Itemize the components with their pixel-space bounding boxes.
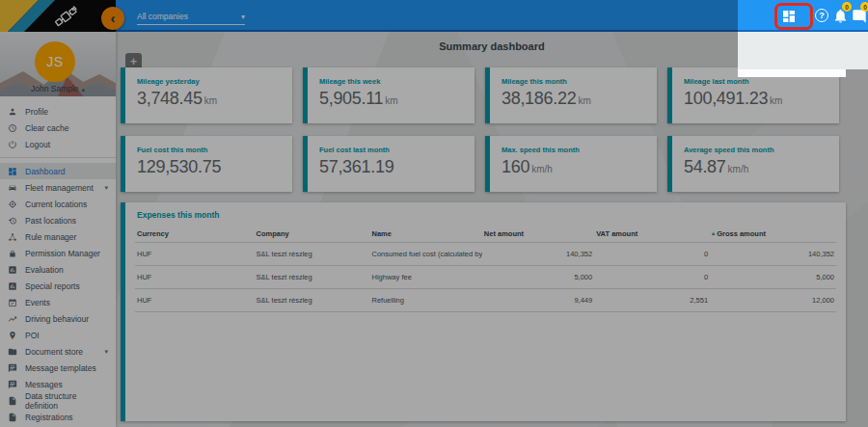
tour-dim-overlay [738,77,868,427]
tour-tooltip-edge [738,69,846,77]
tour-spotlight-panel [738,32,868,69]
tour-dim-overlay [846,69,868,77]
app-window: All companies 0 0 JS [0,0,868,427]
tour-dim-overlay [0,0,738,427]
help-icon[interactable] [815,9,828,22]
messages-badge: 0 [860,2,868,12]
tour-highlight-box [774,3,813,30]
notifications-badge: 0 [842,2,852,12]
